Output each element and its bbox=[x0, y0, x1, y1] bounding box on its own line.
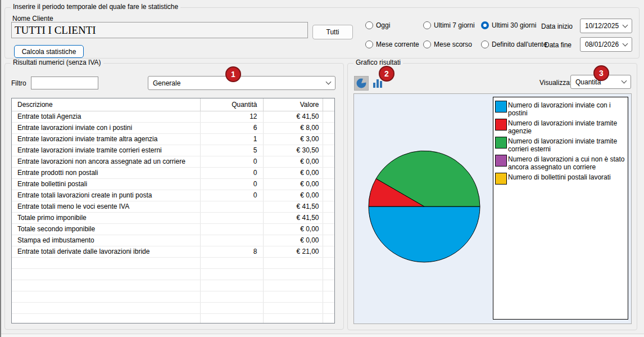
radio-oggi[interactable]: Oggi bbox=[365, 21, 390, 30]
chart-area: Numero di lavorazioni inviate con i post… bbox=[353, 93, 632, 324]
results-table-body: Entrate totali Agenzia12€ 41,50Entrate l… bbox=[12, 111, 334, 323]
filter-input[interactable] bbox=[31, 77, 98, 89]
radio-label: Ultimi 7 giorni bbox=[434, 21, 475, 29]
date-end-value: 08/01/2026 bbox=[585, 41, 623, 48]
table-row[interactable] bbox=[12, 268, 334, 280]
legend-swatch bbox=[495, 137, 507, 149]
window-bottom-edge bbox=[1, 334, 644, 337]
table-row[interactable]: Entrate lavorazioni inviate tramite altr… bbox=[12, 133, 334, 145]
radio-label: Mese corrente bbox=[376, 41, 419, 48]
legend-label: Numero di lavorazioni inviate tramite co… bbox=[507, 137, 626, 153]
legend-entry: Numero di lavorazioni inviate con i post… bbox=[495, 101, 626, 117]
table-row[interactable]: Entrate totali lavorazioni create in pun… bbox=[12, 190, 334, 201]
chevron-down-icon bbox=[622, 78, 627, 84]
legend-swatch bbox=[495, 119, 507, 131]
pie-glyph bbox=[356, 78, 367, 89]
radio-mese-corrente[interactable]: Mese corrente bbox=[365, 40, 419, 49]
filter-label: Filtro bbox=[11, 79, 26, 87]
legend-entry: Numero di lavorazioni inviate tramite co… bbox=[495, 137, 626, 153]
visualizza-label: Visualizza: bbox=[539, 79, 572, 87]
annotation-badge-3: 3 bbox=[593, 65, 609, 81]
column-header-valore[interactable]: Valore bbox=[263, 98, 323, 111]
legend-entry: Numero di bollettini postali lavorati bbox=[495, 173, 626, 185]
pie-slice bbox=[369, 206, 480, 262]
chevron-down-icon bbox=[623, 41, 628, 46]
radio-definito-utente[interactable]: Definito dall'utente bbox=[481, 40, 547, 49]
table-row[interactable] bbox=[12, 291, 334, 302]
legend-swatch bbox=[495, 101, 507, 113]
column-header-quantita[interactable]: Quantità bbox=[200, 98, 263, 111]
legend-entry: Numero di lavorazioni inviate tramite ag… bbox=[495, 119, 626, 135]
table-row[interactable]: Entrate totali derivate dalle lavorazion… bbox=[12, 246, 334, 257]
date-start-value: 10/12/2025 bbox=[585, 22, 623, 30]
table-row[interactable]: Totale secondo imponibile€ 0,00 bbox=[12, 223, 334, 235]
radio-mese-scorso[interactable]: Mese scorso bbox=[423, 40, 472, 49]
category-select-value: Generale bbox=[153, 79, 326, 87]
window-left-edge bbox=[0, 0, 1, 337]
date-start-label: Data inizio bbox=[541, 23, 573, 30]
table-row[interactable]: Entrate bollettini postali0€ 0,00 bbox=[12, 178, 334, 190]
radio-icon bbox=[365, 21, 373, 29]
date-end-select[interactable]: 08/01/2026 bbox=[580, 37, 632, 52]
chevron-down-icon bbox=[326, 79, 332, 85]
radio-icon bbox=[423, 41, 431, 48]
radio-icon bbox=[481, 21, 489, 29]
table-row[interactable] bbox=[12, 302, 334, 313]
results-table: Descrizione Quantità Valore Entrate tota… bbox=[11, 98, 335, 323]
legend-swatch bbox=[495, 173, 507, 185]
legend-label: Numero di bollettini postali lavorati bbox=[507, 173, 611, 181]
category-select[interactable]: Generale bbox=[148, 76, 335, 90]
results-group-title: Risultati numerici (senza IVA) bbox=[11, 59, 103, 66]
legend-label: Numero di lavorazioni inviate tramite ag… bbox=[507, 119, 626, 135]
table-row[interactable]: Entrate totali Agenzia12€ 41,50 bbox=[12, 111, 334, 122]
legend-swatch bbox=[495, 155, 507, 167]
radio-ultimi-7-giorni[interactable]: Ultimi 7 giorni bbox=[423, 21, 475, 30]
legend-label: Numero di lavorazioni a cui non è stato … bbox=[507, 155, 626, 171]
period-group-title: Inserire il periodo temporale del quale … bbox=[11, 3, 180, 11]
radio-label: Ultimi 30 giorni bbox=[492, 21, 536, 29]
radio-label: Definito dall'utente bbox=[492, 41, 547, 48]
chart-group-title: Grafico risultati bbox=[353, 59, 403, 66]
date-end-label: Data fine bbox=[545, 41, 572, 49]
table-row[interactable]: Entrate lavorazioni inviate con i postin… bbox=[12, 122, 334, 133]
date-start-select[interactable]: 10/12/2025 bbox=[580, 19, 632, 33]
calcola-statistiche-button[interactable]: Calcola statistiche bbox=[14, 45, 84, 58]
radio-icon bbox=[481, 41, 489, 48]
table-row[interactable] bbox=[12, 280, 334, 291]
table-row[interactable]: Stampa ed imbustamento€ 0,00 bbox=[12, 235, 334, 246]
annotation-badge-2: 2 bbox=[379, 66, 394, 82]
radio-icon bbox=[423, 21, 431, 29]
chevron-down-icon bbox=[623, 22, 628, 28]
table-row[interactable]: Entrate lavorazioni inviate tramite corr… bbox=[12, 145, 334, 156]
radio-label: Mese scorso bbox=[434, 41, 472, 48]
client-name-field[interactable]: TUTTI I CLIENTI bbox=[11, 22, 308, 38]
radio-icon bbox=[365, 41, 373, 48]
pie-chart-icon[interactable] bbox=[354, 76, 369, 91]
table-row[interactable]: Entrate totali meno le voci esente IVA€ … bbox=[12, 201, 334, 212]
table-row[interactable]: Entrate prodotti non postali0€ 0,00 bbox=[12, 167, 334, 178]
table-row[interactable] bbox=[12, 313, 334, 323]
radio-label: Oggi bbox=[376, 21, 390, 29]
radio-ultimi-30-giorni[interactable]: Ultimi 30 giorni bbox=[481, 21, 536, 30]
legend-entry: Numero di lavorazioni a cui non è stato … bbox=[495, 155, 626, 171]
client-name-label: Nome Cliente bbox=[12, 15, 53, 23]
column-header-filler bbox=[323, 98, 334, 111]
tutti-button[interactable]: Tutti bbox=[312, 25, 353, 39]
legend-label: Numero di lavorazioni inviate con i post… bbox=[507, 101, 626, 117]
table-row[interactable]: Entrate lavorazioni non ancora assegnate… bbox=[12, 156, 334, 167]
chart-legend: Numero di lavorazioni inviate con i post… bbox=[493, 97, 628, 320]
table-row[interactable]: Totale primo imponibile€ 41,50 bbox=[12, 212, 334, 223]
column-header-descrizione[interactable]: Descrizione bbox=[12, 98, 200, 111]
annotation-badge-1: 1 bbox=[225, 66, 241, 82]
table-row[interactable] bbox=[12, 257, 334, 268]
table-header-row: Descrizione Quantità Valore bbox=[12, 98, 334, 111]
